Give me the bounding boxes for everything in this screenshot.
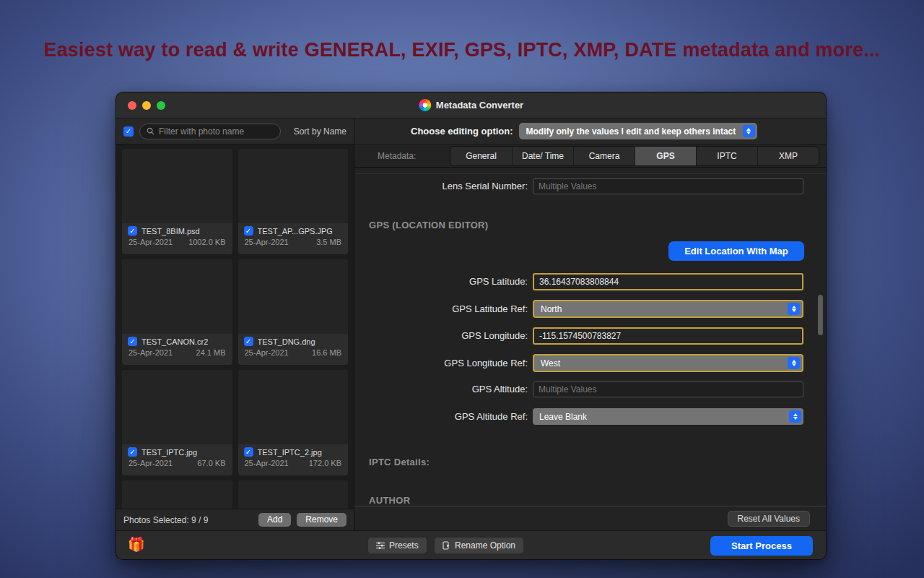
gps-longitude-ref-label: GPS Longitude Ref: xyxy=(354,354,528,372)
photo-thumbnail xyxy=(122,480,232,509)
remove-photos-button[interactable]: Remove xyxy=(297,513,346,527)
photo-checkbox[interactable] xyxy=(244,226,253,236)
search-placeholder: Filter with photo name xyxy=(159,126,244,137)
photo-name: TEST_8BIM.psd xyxy=(141,227,200,236)
editing-option-value: Modify only the values I edit and keep o… xyxy=(526,126,736,137)
window-footer: 🎁 Presets Rename Option Start Process xyxy=(116,530,826,559)
photo-thumbnail xyxy=(238,480,349,509)
lens-serial-label: Lens Serial Number: xyxy=(354,178,528,194)
tab-date-time[interactable]: Date/ Time xyxy=(512,147,573,165)
rename-option-button[interactable]: Rename Option xyxy=(434,537,524,554)
gps-altitude-ref-value: Leave Blank xyxy=(539,412,587,422)
photo-checkbox[interactable] xyxy=(244,337,253,346)
presets-label: Presets xyxy=(389,540,419,551)
photo-grid: TEST_8BIM.psd 25-Apr-20211002.0 KB TEST_… xyxy=(116,144,354,509)
gps-altitude-label: GPS Altitude: xyxy=(354,381,528,397)
vertical-scrollbar-thumb[interactable] xyxy=(818,295,823,335)
photo-checkbox[interactable] xyxy=(128,337,137,346)
photo-tile[interactable]: TEST_8BIM.psd 25-Apr-20211002.0 KB xyxy=(122,149,232,254)
tab-gps[interactable]: GPS xyxy=(635,147,696,165)
gift-icon[interactable]: 🎁 xyxy=(128,538,145,551)
photo-name: TEST_DNG.dng xyxy=(258,337,315,346)
gps-latitude-label: GPS Latitude: xyxy=(354,273,528,290)
photo-thumbnail xyxy=(238,259,349,334)
photos-selected-status: Photos Selected: 9 / 9 xyxy=(123,515,208,525)
gps-longitude-label: GPS Longitude: xyxy=(354,327,528,345)
editing-option-select[interactable]: Modify only the values I edit and keep o… xyxy=(519,123,757,139)
tab-general[interactable]: General xyxy=(450,147,512,165)
author-section-title: AUTHOR xyxy=(369,495,410,506)
photo-date: 25-Apr-2021 xyxy=(128,238,173,246)
edit-location-with-map-button[interactable]: Edit Location With Map xyxy=(668,241,804,261)
photo-size: 67.0 KB xyxy=(197,459,225,467)
presets-button[interactable]: Presets xyxy=(367,537,427,554)
gps-latitude-ref-select[interactable]: North xyxy=(533,300,803,318)
photo-sidebar: Filter with photo name Sort by Name TEST… xyxy=(116,118,354,530)
traffic-lights xyxy=(128,101,165,110)
photo-checkbox[interactable] xyxy=(128,226,137,236)
iptc-section-title: IPTC Details: xyxy=(369,457,430,467)
photo-tile[interactable]: TEST_AP...GPS.JPG 25-Apr-20213.5 MB xyxy=(238,149,349,254)
rename-icon xyxy=(443,541,450,550)
stepper-icon xyxy=(788,303,800,315)
thumbnail-image xyxy=(122,149,232,223)
photo-thumbnail xyxy=(122,149,232,223)
photo-date: 25-Apr-2021 xyxy=(245,238,289,246)
photo-size: 3.5 MB xyxy=(316,238,341,246)
select-all-checkbox[interactable] xyxy=(123,126,134,137)
photo-tile[interactable]: TEST_IPTC.jpg 25-Apr-202167.0 KB xyxy=(122,370,232,475)
thumbnail-image xyxy=(238,480,349,509)
tab-iptc[interactable]: IPTC xyxy=(696,147,757,165)
gps-altitude-ref-select[interactable]: Leave Blank xyxy=(533,408,803,425)
desktop-background: Easiest way to read & write GENERAL, EXI… xyxy=(0,0,924,578)
thumbnail-image xyxy=(240,379,346,434)
divider xyxy=(354,173,826,174)
photo-checkbox[interactable] xyxy=(128,447,137,457)
photo-tile[interactable]: TEST_CANON.cr2 25-Apr-202124.1 MB xyxy=(122,259,232,365)
gps-latitude-ref-value: North xyxy=(541,304,562,314)
photo-size: 1002.0 KB xyxy=(188,238,225,246)
photo-size: 24.1 MB xyxy=(196,348,226,357)
close-window-button[interactable] xyxy=(128,101,136,110)
editing-option-row: Choose editing option: Modify only the v… xyxy=(354,118,826,144)
stepper-icon xyxy=(789,410,801,423)
tab-camera[interactable]: Camera xyxy=(573,147,635,165)
lens-serial-input[interactable] xyxy=(533,178,803,194)
reset-row: Reset All Values xyxy=(354,506,826,530)
photo-tile[interactable] xyxy=(122,480,232,509)
reset-all-values-button[interactable]: Reset All Values xyxy=(728,511,811,527)
photo-date: 25-Apr-2021 xyxy=(128,459,173,467)
photo-date: 25-Apr-2021 xyxy=(245,459,289,467)
title-bar: Metadata Converter xyxy=(116,92,826,118)
gps-section-title: GPS (LOCATION EDITOR) xyxy=(369,220,488,230)
gps-longitude-input[interactable] xyxy=(533,327,803,345)
photo-tile[interactable] xyxy=(238,480,349,509)
photo-thumbnail xyxy=(238,149,349,223)
tab-xmp[interactable]: XMP xyxy=(757,147,819,165)
minimize-window-button[interactable] xyxy=(142,101,151,110)
presets-icon xyxy=(376,542,385,549)
photo-checkbox[interactable] xyxy=(244,447,253,457)
photo-date: 25-Apr-2021 xyxy=(128,348,173,357)
metadata-form: Lens Serial Number: GPS (LOCATION EDITOR… xyxy=(354,168,826,506)
metadata-tab-group: General Date/ Time Camera GPS IPTC XMP xyxy=(450,146,819,166)
start-process-button[interactable]: Start Process xyxy=(710,536,813,556)
search-field[interactable]: Filter with photo name xyxy=(139,124,281,139)
rename-option-label: Rename Option xyxy=(455,540,515,551)
gps-longitude-ref-select[interactable]: West xyxy=(533,354,803,372)
photo-thumbnail xyxy=(122,259,232,334)
zoom-window-button[interactable] xyxy=(157,101,165,110)
photo-name: TEST_CANON.cr2 xyxy=(141,337,208,346)
marketing-headline: Easiest way to read & write GENERAL, EXI… xyxy=(0,39,924,61)
sort-by-name-button[interactable]: Sort by Name xyxy=(294,126,346,137)
gps-latitude-input[interactable] xyxy=(533,273,803,290)
gps-altitude-input[interactable] xyxy=(533,381,803,397)
photo-size: 172.0 KB xyxy=(309,459,341,467)
photo-tile[interactable]: TEST_IPTC_2.jpg 25-Apr-2021172.0 KB xyxy=(238,370,349,475)
window-title-group: Metadata Converter xyxy=(419,99,523,111)
add-photos-button[interactable]: Add xyxy=(258,513,291,527)
gps-altitude-ref-label: GPS Altitude Ref: xyxy=(354,408,528,425)
metadata-label: Metadata: xyxy=(378,151,447,161)
photo-tile[interactable]: TEST_DNG.dng 25-Apr-202116.6 MB xyxy=(238,259,349,365)
photo-name: TEST_IPTC.jpg xyxy=(141,448,197,457)
